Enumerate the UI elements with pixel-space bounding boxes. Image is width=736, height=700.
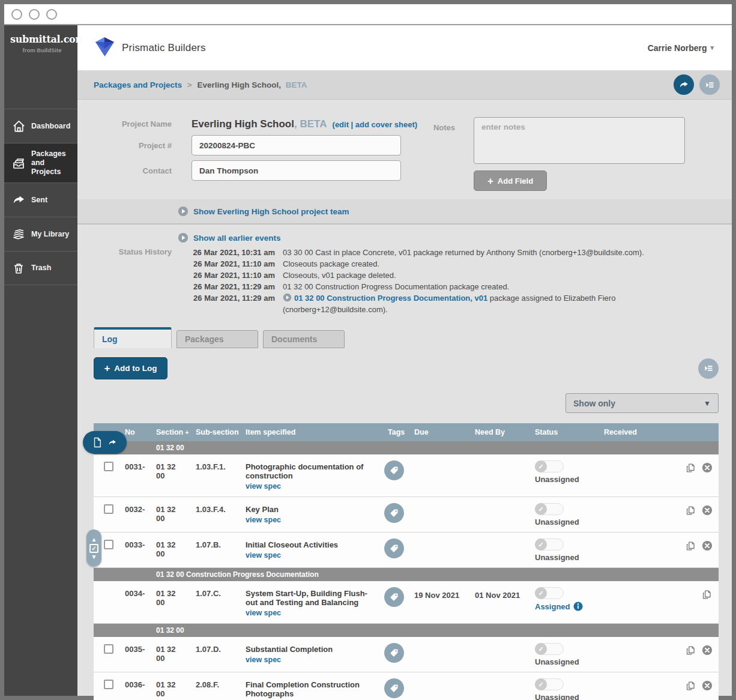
window-control-2[interactable] (29, 9, 40, 20)
contact-input[interactable] (192, 160, 401, 181)
move-up-icon[interactable]: ▲ (91, 537, 97, 543)
row-needby (467, 678, 527, 682)
chevron-down-icon: ▾ (710, 44, 714, 52)
copy-icon[interactable] (701, 589, 713, 600)
sidebar-item-packages-and-projects[interactable]: Packages and Projects (4, 143, 77, 183)
team-link-label: Show Everling High School project team (193, 207, 349, 216)
show-project-team-link[interactable]: Show Everling High School project team (178, 206, 732, 217)
col-header-section[interactable]: Section+ (145, 428, 184, 436)
view-spec-link[interactable]: view spec (246, 609, 281, 617)
share-icon (107, 438, 118, 447)
sidebar-item-label: Sent (31, 196, 47, 205)
show-all-events-link[interactable]: Show all earlier events (178, 232, 719, 243)
table-row: 0031- 01 32 00 1.03.F.1. Photographic do… (94, 454, 719, 497)
copy-icon[interactable] (685, 540, 696, 552)
add-to-log-button[interactable]: + Add to Log (94, 357, 167, 379)
edit-cover-sheet-links[interactable]: (edit | add cover sheet) (333, 120, 418, 129)
tab-documents[interactable]: Documents (263, 330, 345, 348)
table-row: 0033- 01 32 00 1.07.B. Initial Closeout … (94, 533, 719, 568)
status-label: Assigned (535, 602, 594, 611)
info-icon[interactable] (573, 602, 583, 611)
copy-icon[interactable] (685, 462, 696, 474)
remove-icon[interactable] (702, 680, 713, 692)
filter-row: Show only ▼ (94, 393, 719, 413)
window-control-1[interactable] (11, 9, 22, 20)
row-section: 01 32 00 (145, 503, 184, 523)
event-text: 01 32 00 Construction Progress Documenta… (283, 281, 719, 292)
view-spec-link[interactable]: view spec (246, 656, 281, 664)
status-toggle[interactable]: ✓ (535, 587, 564, 599)
remove-icon[interactable] (702, 645, 713, 656)
group-label: 01 32 00 (156, 444, 184, 452)
play-list-icon (704, 363, 714, 373)
sidebar-item-label: My Library (31, 230, 69, 239)
add-field-button[interactable]: + Add Field (474, 170, 547, 191)
status-toggle[interactable]: ✓ (535, 678, 564, 690)
remove-icon[interactable] (702, 540, 713, 552)
row-item-name: Substantial Completion (246, 645, 377, 654)
show-only-dropdown[interactable]: Show only ▼ (566, 393, 719, 413)
send-to-list-button[interactable] (698, 358, 719, 379)
tag-icon[interactable] (384, 678, 404, 698)
event-date: 26 Mar 2021, 11:10 am (172, 270, 275, 281)
sidebar-item-dashboard[interactable]: Dashboard (4, 109, 77, 143)
copy-icon[interactable] (685, 645, 696, 656)
window-control-3[interactable] (46, 9, 57, 20)
row-no: 0032- (115, 503, 145, 514)
row-checkbox[interactable] (104, 540, 113, 549)
add-field-label: Add Field (498, 177, 533, 186)
copy-icon[interactable] (685, 505, 696, 516)
remove-icon[interactable] (702, 462, 713, 474)
tag-icon[interactable] (384, 539, 404, 558)
tag-icon[interactable] (384, 587, 404, 607)
row-checkbox[interactable] (104, 644, 113, 654)
send-to-list-button[interactable] (699, 74, 720, 95)
select-all-checkbox-icon[interactable]: ✓ (89, 544, 98, 553)
col-header-due[interactable]: Due (407, 428, 467, 436)
breadcrumb-parent-link[interactable]: Packages and Projects (94, 80, 182, 89)
col-header-item[interactable]: Item specified (233, 428, 377, 436)
user-menu[interactable]: Carrie Norberg ▾ (648, 43, 714, 53)
tag-icon[interactable] (384, 460, 404, 480)
event-text: 01 32 00 Construction Progress Documenta… (283, 292, 719, 315)
tag-icon[interactable] (384, 643, 404, 663)
row-subsection: 2.08.F. (184, 678, 233, 689)
row-checkbox[interactable] (104, 680, 113, 689)
move-down-icon[interactable]: ▼ (91, 554, 97, 560)
sidebar-item-trash[interactable]: Trash (4, 251, 77, 285)
row-checkbox[interactable] (104, 462, 113, 471)
sidebar-item-my-library[interactable]: My Library (4, 217, 77, 251)
view-spec-link[interactable]: view spec (246, 482, 281, 490)
event-date: 26 Mar 2021, 11:29 am (172, 281, 275, 292)
event-package-link[interactable]: 01 32 00 Construction Progress Documenta… (294, 294, 487, 303)
status-toggle[interactable]: ✓ (535, 539, 564, 551)
view-spec-link[interactable]: view spec (246, 551, 281, 560)
status-toggle[interactable]: ✓ (535, 643, 564, 655)
tab-packages[interactable]: Packages (176, 330, 258, 348)
remove-icon[interactable] (702, 505, 713, 516)
col-header-received[interactable]: Received (594, 428, 660, 436)
section-group-row: 01 32 00 (94, 441, 719, 454)
col-header-needby[interactable]: Need By (467, 428, 527, 436)
row-item-name: Key Plan (246, 505, 377, 514)
view-spec-link[interactable]: view spec (246, 516, 281, 524)
sidebar-item-sent[interactable]: Sent (4, 183, 77, 217)
row-item-name: Final Completion Construction Photograph… (246, 680, 377, 698)
project-number-input[interactable] (192, 135, 401, 155)
row-checkbox[interactable] (104, 504, 113, 514)
notes-textarea[interactable] (474, 117, 685, 164)
tag-icon[interactable] (384, 503, 404, 523)
project-fields: Project Name Everling High School, BETA … (94, 117, 421, 191)
status-toggle[interactable]: ✓ (535, 460, 564, 472)
status-toggle[interactable]: ✓ (535, 503, 564, 515)
col-header-status[interactable]: Status (527, 428, 594, 436)
share-button[interactable] (674, 74, 694, 95)
floating-actions-pill[interactable] (83, 431, 127, 454)
col-header-subsection[interactable]: Sub-section (184, 428, 233, 436)
col-header-tags[interactable]: Tags (377, 428, 407, 436)
document-icon (92, 437, 102, 448)
tab-log[interactable]: Log (94, 327, 172, 348)
team-strip: Show Everling High School project team (77, 199, 732, 225)
row-section: 01 32 00 (145, 587, 184, 607)
copy-icon[interactable] (685, 680, 696, 692)
